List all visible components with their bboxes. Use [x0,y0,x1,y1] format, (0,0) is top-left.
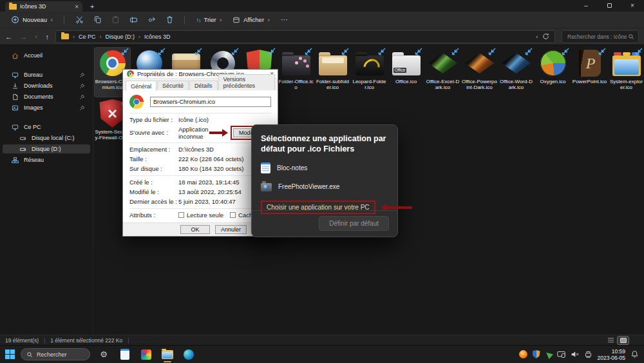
search-box[interactable] [562,30,639,43]
cancel-button[interactable]: Annuler [215,225,247,234]
more-button[interactable]: ⋯ [276,14,292,26]
tab-securite[interactable]: Sécurité [157,81,189,90]
details-view-toggle[interactable] [605,337,616,344]
sidebar-item-images[interactable]: Images [3,103,90,112]
address-dropdown-icon[interactable]: ∨ [536,34,538,39]
address-bar[interactable]: › Ce PC › Disque (D:) › Icônes 3D ∨ [55,30,555,43]
tab-details[interactable]: Détails [189,81,218,90]
file-tile-folder-office[interactable]: Folder-Office.ico [278,48,314,97]
sidebar-item-bureau[interactable]: Bureau [3,70,90,79]
explorer-tab[interactable]: Icônes 3D × [5,1,82,12]
start-button[interactable] [5,349,15,359]
sidebar-item-ce-pc[interactable]: Ce PC [3,123,90,132]
maximize-button[interactable] [598,0,621,12]
taskbar-app-notepad[interactable] [117,347,133,362]
icons-view-toggle[interactable] [618,337,629,344]
file-tile-office-excel-dark[interactable]: Office-Excel-Dark.ico [425,48,460,97]
notification-bell-icon[interactable] [630,350,639,358]
file-label: Office-Powerpoint-Dark.ico [462,79,497,90]
breadcrumb-disque-d[interactable]: Disque (D:) [105,34,135,40]
taskbar-app-photos[interactable] [138,347,154,362]
copy-icon [93,15,102,24]
breadcrumb-ce-pc[interactable]: Ce PC [79,34,96,40]
history-dropdown[interactable]: ∨ [35,34,37,39]
up-button[interactable]: ↑ [45,33,49,41]
minimize-button[interactable]: – [574,0,598,12]
properties-tabs: Général Sécurité Détails Versions précéd… [123,79,278,90]
tab-general[interactable]: Général [126,81,156,91]
tab-versions-precedentes[interactable]: Versions précédentes [218,74,275,90]
close-button[interactable]: × [621,0,644,12]
sidebar-item-accueil[interactable]: Accueil [3,51,90,60]
tray-shield-icon[interactable] [533,350,540,358]
taskbar-search[interactable]: Rechercher [21,348,90,360]
sidebar-item-downloads[interactable]: Downloads [3,81,90,90]
file-tile-leopard-folder[interactable]: Leopard-Folder.ico [352,48,387,97]
chevron-down-icon: ∨ [267,17,270,22]
taskbar-app-settings[interactable]: ⚙ [96,347,111,362]
readonly-checkbox[interactable] [178,212,184,218]
taskbar-clock[interactable]: 10:59 2023-06-05 [598,348,625,361]
nouveau-button[interactable]: Nouveau ∨ [6,14,57,26]
ondisk-value: 180 Ko (184 320 octets) [178,165,243,172]
new-tab-button[interactable]: + [90,3,94,10]
notepad-icon [261,162,270,173]
breadcrumb-separator: › [138,34,140,40]
browse-app-link[interactable]: Choisir une application sur votre PC [261,201,375,214]
paste-button[interactable] [107,14,124,26]
desktop: Icônes 3D × + – × Nouveau ∨ ↑↓ Trier ∨ [0,0,644,363]
file-tile-powerpoint[interactable]: P PowerPoint.ico [572,48,607,97]
computer-icon [12,124,19,131]
set-default-button[interactable]: Définir par défaut [319,216,389,231]
new-icon [11,15,19,24]
filename-field[interactable] [150,97,271,107]
forward-button[interactable]: → [20,33,27,41]
share-button[interactable] [143,14,160,26]
taskbar: Rechercher ⚙ 10:59 2023-06-05 [0,345,644,363]
taskbar-app-explorer[interactable] [160,347,175,362]
sidebar-item-disque-d[interactable]: Disque (D:) [3,144,90,153]
sidebar-item-disque-c[interactable]: Disque local (C:) [3,133,90,142]
sidebar-item-documents[interactable]: Documents [3,92,90,101]
muted-speaker-icon[interactable] [571,350,579,358]
taskbar-app-edge[interactable] [181,347,196,362]
file-tile-office-powerpoint-dark[interactable]: Office-Powerpoint-Dark.ico [462,48,497,97]
file-tile-oxygen[interactable]: Oxygen.ico [535,48,571,97]
rename-button[interactable] [125,14,142,26]
app-name: Bloc-notes [277,164,307,172]
pin-icon [79,83,85,89]
printer-icon[interactable] [584,350,592,358]
view-button[interactable]: Afficher ∨ [228,14,274,26]
file-label: Folder-subfolder.ico [315,79,350,90]
compressed-arrows-icon [231,48,239,55]
hidden-checkbox[interactable] [230,212,236,218]
app-option-bloc-notes[interactable]: Bloc-notes [261,162,388,173]
modified-label: Modifié le : [129,188,178,195]
cut-button[interactable] [71,14,88,26]
file-tile-office[interactable]: Office Office.ico [388,48,424,97]
search-input[interactable] [566,33,628,41]
compressed-arrows-icon [562,48,569,55]
compressed-arrows-icon [488,48,496,55]
sort-button[interactable]: ↑↓ Trier ∨ [191,14,227,25]
file-label: Leopard-Folder.ico [352,79,387,90]
breadcrumb-icones-3d[interactable]: Icônes 3D [144,34,171,40]
tray-green-icon[interactable] [544,349,553,358]
file-icon-powerpoint-book: P [579,50,601,77]
cast-display-icon[interactable] [557,350,565,358]
file-icon-office-powerpoint-dark [465,53,495,74]
file-tile-office-word-dark[interactable]: Office-Word-Dark.ico [498,48,534,97]
tray-flame-icon[interactable] [519,350,527,358]
compressed-arrows-icon [121,48,129,55]
ok-button[interactable]: OK [180,225,210,234]
refresh-icon[interactable] [542,33,549,40]
file-tile-system-explorer[interactable]: System-explorer.ico [609,48,644,97]
app-option-freephotoviewer[interactable]: FreePhotoViewer.exe [261,182,388,191]
back-button[interactable]: ← [5,33,12,41]
tab-close-icon[interactable]: × [75,3,79,10]
file-icon-office-word-dark [502,53,531,74]
file-tile-folder-subfolder[interactable]: Folder-subfolder.ico [315,48,350,97]
sidebar-item-reseau[interactable]: Réseau [3,155,90,164]
delete-button[interactable] [161,14,178,26]
copy-button[interactable] [89,14,106,26]
